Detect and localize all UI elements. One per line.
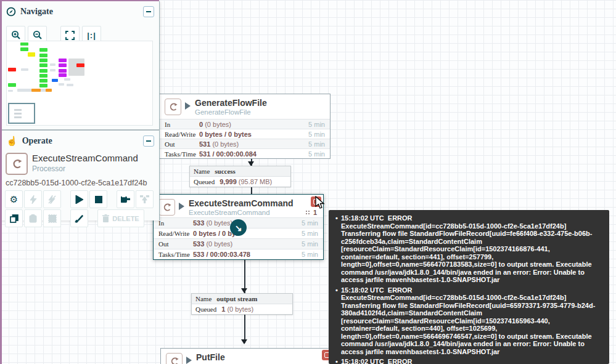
stat-row: Tasks/Time 533 / 00:00:03.478 5 min — [154, 249, 323, 259]
processor-icon — [165, 99, 181, 115]
processor-icon — [158, 199, 175, 216]
mouse-cursor-icon — [315, 196, 326, 209]
bulletin-tooltip: • 15:18:02 UTC ERROR ExecuteStreamComman… — [329, 210, 609, 364]
stat-label: Read/Write — [165, 131, 199, 138]
window-border-left — [0, 0, 2, 364]
connection-endpoint-icon[interactable]: ↘ — [230, 219, 247, 236]
stat-window: 5 min — [302, 240, 318, 248]
create-template-button[interactable] — [117, 190, 134, 208]
minimap-block — [68, 59, 84, 76]
collapse-navigate-button[interactable] — [143, 6, 154, 17]
connection-label-output-stream[interactable]: Name output stream Queued 1 (0 bytes) — [191, 293, 293, 315]
minimap-block — [28, 52, 35, 57]
bullet-icon: • — [332, 286, 341, 356]
copy-button[interactable] — [5, 209, 23, 227]
stat-label: Out — [165, 140, 199, 148]
minimap-block — [39, 79, 47, 83]
minimap-block — [39, 69, 47, 73]
minimap-block — [8, 68, 16, 71]
group-selection-button[interactable] — [43, 209, 61, 227]
minimap-block — [31, 89, 41, 92]
selected-component-type: Processor — [32, 164, 65, 173]
threads-grid-icon — [305, 210, 311, 216]
navigate-title: Navigate — [20, 7, 53, 17]
configure-button[interactable]: ⚙ — [5, 190, 23, 208]
enable-button[interactable] — [24, 190, 42, 208]
minimap-viewport[interactable] — [8, 103, 35, 124]
stat-window: 5 min — [302, 251, 318, 258]
minimap-block — [8, 83, 16, 87]
trash-icon — [102, 214, 109, 222]
minimap-block — [39, 74, 47, 78]
run-status-icon — [179, 203, 184, 210]
delete-button[interactable]: DELETE — [97, 209, 144, 227]
selected-component-name: ExecuteStreamCommand — [32, 153, 138, 163]
bulletin-message: ExecuteStreamCommand[id=cc728bb5-015d-10… — [341, 222, 592, 284]
connection-queued-value: 9,999 (95.87 MB) — [220, 178, 272, 185]
processor-putfile[interactable]: PutFile PutFile — [160, 348, 331, 364]
stat-row: Tasks/Time 531 / 00:00:00.084 5 min — [160, 148, 330, 158]
hand-pointer-icon: ☝ — [6, 135, 18, 147]
start-button[interactable] — [70, 190, 88, 208]
minimap-block — [76, 63, 84, 67]
minimap[interactable] — [6, 41, 153, 126]
stat-label: In — [158, 219, 193, 227]
minimap-block — [21, 68, 28, 71]
actual-size-icon: |:| — [87, 31, 96, 40]
stat-label: Tasks/Time — [165, 150, 199, 158]
stat-window: 5 min — [308, 150, 325, 158]
stat-value: 533 (0 bytes) — [193, 219, 302, 227]
stat-value: 531 / 00:00:00.084 — [199, 150, 308, 158]
stat-window: 5 min — [302, 219, 318, 227]
connection-queued-key: Queued — [194, 178, 215, 185]
minimap-block — [59, 63, 67, 67]
bulletin-item: • 15:18:02 UTC ERROR ExecuteStreamComman… — [332, 214, 603, 284]
bulletin-level: ERROR — [388, 286, 413, 294]
connection-line[interactable] — [244, 313, 245, 343]
selected-component-id: cc728bb5-015d-1000-cf2e-5ca1e17df24b — [6, 179, 147, 187]
collapse-operate-button[interactable] — [143, 135, 154, 147]
stat-value: 533 (0 bytes) — [193, 240, 302, 248]
stop-button[interactable] — [89, 190, 107, 208]
connection-label-success[interactable]: Name success Queued 9,999 (95.87 MB) — [189, 166, 291, 187]
upload-group-button[interactable] — [136, 190, 154, 208]
window-border-top — [0, 0, 159, 1]
connection-name-key: Name — [194, 168, 210, 175]
change-color-button[interactable] — [70, 209, 88, 227]
paste-button[interactable] — [24, 209, 42, 227]
bulletin-level: ERROR — [388, 358, 413, 364]
minimap-block — [52, 79, 58, 82]
minimap-block — [39, 59, 47, 62]
stat-value: 531 (0 bytes) — [199, 140, 308, 148]
bullet-icon: • — [332, 358, 341, 364]
run-status-icon — [185, 102, 191, 110]
minimap-block — [59, 83, 64, 86]
minimap-block — [50, 69, 55, 71]
minimap-block — [20, 47, 28, 51]
stat-row: In 0 (0 bytes) 5 min — [160, 119, 330, 129]
operate-panel: ☝ Operate ExecuteStreamCommand Processor… — [0, 131, 160, 220]
minimap-block — [39, 54, 47, 57]
stat-window: 5 min — [302, 230, 318, 237]
minimap-block — [59, 59, 67, 62]
stat-label: Out — [158, 240, 193, 248]
navigate-panel: Navigate |:| — [0, 1, 160, 131]
processor-title: GenerateFlowFile — [195, 98, 267, 108]
connection-arrow-icon — [241, 288, 247, 293]
connection-name-value: success — [215, 168, 236, 175]
connection-line[interactable] — [251, 186, 252, 195]
disable-button[interactable] — [43, 190, 61, 208]
processor-type: ExecuteStreamCommand — [189, 209, 270, 216]
delete-button-label: DELETE — [112, 215, 139, 222]
connection-name-key: Name — [195, 295, 211, 302]
bulletin-message: ExecuteStreamCommand[id=cc728bb5-015d-10… — [341, 294, 595, 355]
minimap-line — [14, 109, 22, 111]
stat-row: Out 531 (0 bytes) 5 min — [160, 139, 330, 148]
run-status-icon — [186, 357, 192, 364]
processor-generateflowfile[interactable]: GenerateFlowFile GenerateFlowFile In 0 (… — [159, 94, 331, 159]
stat-value: 0 (0 bytes) — [199, 121, 308, 128]
operate-title: Operate — [22, 136, 52, 146]
connection-queued-key: Queued — [195, 305, 216, 313]
minimap-block — [20, 42, 28, 46]
minimap-block — [8, 90, 13, 92]
